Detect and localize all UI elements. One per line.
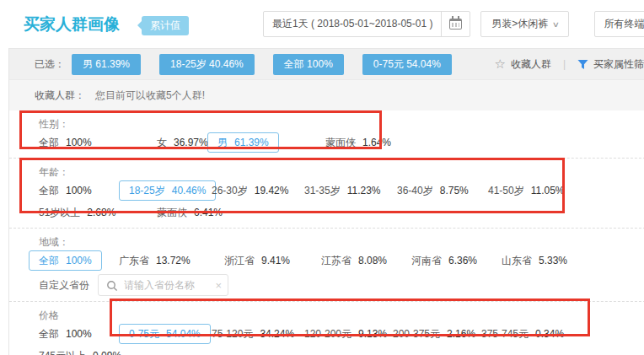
header-controls: 最近1天 ( 2018-05-01~2018-05-01 ) 男装>休闲裤 ∨ … xyxy=(263,11,644,37)
selected-tag-region[interactable]: 全部 100% xyxy=(273,54,344,75)
terminal-dropdown[interactable]: 所有终端 ∨ xyxy=(594,11,644,37)
price-options-row-1: 全部100% 0-75元54.04% 75-120元34.24% 120-200… xyxy=(39,324,644,344)
price-options-row-2: 745元以上0.09% xyxy=(39,346,644,355)
region-options-row: 全部100% 广东省13.72% 浙江省9.41% 江苏省8.08% 河南省6.… xyxy=(39,250,644,271)
region-option-shandong[interactable]: 山东省5.33% xyxy=(502,250,567,271)
date-range-picker[interactable]: 最近1天 ( 2018-05-01~2018-05-01 ) xyxy=(263,11,470,37)
buyer-demographics-page: 买家人群画像 累计值 最近1天 ( 2018-05-01~2018-05-01 … xyxy=(0,0,644,355)
region-option-henan[interactable]: 河南省6.36% xyxy=(411,250,502,271)
gender-option-male-selected[interactable]: 男61.39% xyxy=(217,132,325,153)
custom-province-row: 自定义省份 × xyxy=(39,274,644,296)
price-option-0-75-selected[interactable]: 0-75元54.04% xyxy=(129,324,212,344)
section-gender: 性别： 全部100% 女36.97% 男61.39% 蒙面侠1.64% xyxy=(9,110,644,158)
gender-options-row: 全部100% 女36.97% 男61.39% 蒙面侠1.64% xyxy=(39,132,644,153)
favorite-crowd-label: 收藏人群： xyxy=(35,89,85,103)
region-option-zhejiang[interactable]: 浙江省9.41% xyxy=(224,250,321,271)
price-option-120-200[interactable]: 120-200元9.13% xyxy=(304,324,393,344)
selected-tag-age[interactable]: 18-25岁 40.46% xyxy=(159,54,255,75)
vertical-divider: | xyxy=(563,58,566,70)
age-option-18-25-selected[interactable]: 18-25岁40.46% xyxy=(129,180,212,201)
region-option-all-selected[interactable]: 全部100% xyxy=(39,250,119,271)
calendar-icon xyxy=(449,19,462,30)
province-search-box: × xyxy=(98,274,228,296)
section-gender-label: 性别： xyxy=(39,117,644,131)
section-region: 地域： 全部100% 广东省13.72% 浙江省9.41% 江苏省8.08% 河… xyxy=(9,228,644,301)
cumulative-value-badge: 累计值 xyxy=(142,16,189,35)
main-panel: 已选： 男 61.39% 18-25岁 40.46% 全部 100% 0-75元… xyxy=(8,48,644,355)
price-option-745-plus[interactable]: 745元以上0.09% xyxy=(39,346,121,355)
age-option-masked[interactable]: 蒙面侠6.41% xyxy=(157,202,223,223)
age-options-row-2: 51岁以上2.68% 蒙面侠6.41% xyxy=(39,202,644,223)
section-age-label: 年龄： xyxy=(39,165,644,179)
age-option-26-30[interactable]: 26-30岁19.42% xyxy=(212,180,304,201)
search-icon xyxy=(106,280,118,294)
age-option-51-plus[interactable]: 51岁以上2.68% xyxy=(39,202,157,223)
section-region-label: 地域： xyxy=(39,235,644,249)
selected-tag-price[interactable]: 0-75元 54.04% xyxy=(362,54,452,75)
selected-tag-gender[interactable]: 男 61.39% xyxy=(72,54,141,75)
favorite-crowd-button[interactable]: 收藏人群 xyxy=(511,57,551,72)
section-age: 年龄： 全部100% 18-25岁40.46% 26-30岁19.42% 31-… xyxy=(9,158,644,228)
page-header: 买家人群画像 累计值 最近1天 ( 2018-05-01~2018-05-01 … xyxy=(0,0,644,48)
filter-icon xyxy=(577,59,588,70)
price-option-all[interactable]: 全部100% xyxy=(39,324,129,344)
chevron-down-icon: ∨ xyxy=(552,20,560,29)
date-range-label: 最近1天 ( 2018-05-01~2018-05-01 ) xyxy=(264,17,441,31)
favorite-crowd-message: 您目前可以收藏5个人群! xyxy=(95,89,205,103)
buyer-attribute-filter-button[interactable]: 买家属性筛选 xyxy=(593,57,644,72)
bar-actions: ☆ 收藏人群 | 买家属性筛选 xyxy=(494,56,644,72)
terminal-dropdown-label: 所有终端 xyxy=(604,17,644,31)
section-price-label: 价格 xyxy=(39,309,644,322)
price-option-200-375[interactable]: 200-375元2.16% xyxy=(393,324,481,344)
gender-option-masked[interactable]: 蒙面侠1.64% xyxy=(325,132,391,153)
category-dropdown[interactable]: 男装>休闲裤 ∨ xyxy=(480,11,569,37)
age-option-31-35[interactable]: 31-35岁11.23% xyxy=(304,180,397,201)
price-option-375-745[interactable]: 375-745元0.34% xyxy=(481,324,564,344)
clear-icon[interactable]: × xyxy=(215,279,222,292)
selected-label: 已选： xyxy=(35,57,65,72)
section-price: 价格 全部100% 0-75元54.04% 75-120元34.24% 120-… xyxy=(9,301,644,355)
region-option-jiangsu[interactable]: 江苏省8.08% xyxy=(321,250,411,271)
gender-option-all[interactable]: 全部100% xyxy=(39,132,157,153)
star-icon: ☆ xyxy=(494,56,505,72)
favorite-crowd-row: 收藏人群： 您目前可以收藏5个人群! xyxy=(9,80,644,110)
selected-filters-bar: 已选： 男 61.39% 18-25岁 40.46% 全部 100% 0-75元… xyxy=(9,49,644,80)
price-option-75-120[interactable]: 75-120元34.24% xyxy=(212,324,304,344)
age-option-all[interactable]: 全部100% xyxy=(39,180,129,201)
custom-province-label: 自定义省份 xyxy=(39,278,89,293)
age-options-row-1: 全部100% 18-25岁40.46% 26-30岁19.42% 31-35岁1… xyxy=(39,180,644,201)
region-option-guangdong[interactable]: 广东省13.72% xyxy=(119,250,224,271)
age-option-41-50[interactable]: 41-50岁11.05% xyxy=(488,180,565,201)
age-option-36-40[interactable]: 36-40岁8.75% xyxy=(397,180,488,201)
calendar-button[interactable] xyxy=(441,12,470,36)
category-dropdown-label: 男装>休闲裤 xyxy=(491,17,548,31)
page-title: 买家人群画像 xyxy=(24,13,120,35)
